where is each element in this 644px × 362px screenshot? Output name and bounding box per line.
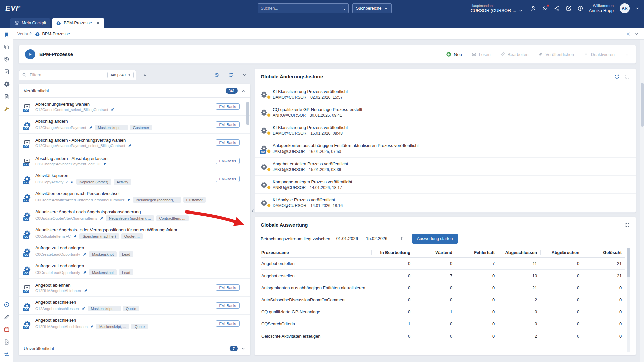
search-scope-button[interactable]: Suchbereiche xyxy=(352,3,392,13)
users-icon[interactable] xyxy=(542,5,548,11)
calendar-icon[interactable] xyxy=(401,236,406,241)
user-icon[interactable] xyxy=(530,5,536,11)
explore-icon[interactable] xyxy=(4,302,10,308)
recent-changes-button[interactable] xyxy=(213,72,220,78)
history-entry[interactable]: KI-Klassifizierung Prozess veröffentlich… xyxy=(255,121,636,139)
read-button[interactable]: Lesen xyxy=(471,52,491,57)
process-item-tag: Lead xyxy=(119,269,133,275)
history-entry[interactable]: Kampagne anlegen Prozess veröffentlichtA… xyxy=(255,175,636,193)
expand-evaluation-icon[interactable] xyxy=(625,223,630,227)
search-icon[interactable] xyxy=(341,6,346,11)
bookmark-icon[interactable] xyxy=(4,32,10,38)
table-scrollbar[interactable] xyxy=(627,248,630,352)
history-entry[interactable]: CQ qualifizierte GP-Neuanlage Prozess er… xyxy=(255,103,636,121)
window-scrollbar[interactable] xyxy=(640,40,644,362)
global-search[interactable] xyxy=(258,3,349,13)
table-column-header[interactable]: In Bearbeitung xyxy=(371,250,414,255)
mandant-selector[interactable]: Hauptmandant: CURSOR (CURSOR-... xyxy=(471,4,523,13)
table-column-header[interactable]: Fehlerhaft xyxy=(456,250,498,255)
list-scrollbar[interactable] xyxy=(246,99,249,340)
history-icon[interactable] xyxy=(4,56,10,62)
table-row[interactable]: CQ qualifizierte GP-Neuanlage010000 xyxy=(261,306,625,318)
result-count[interactable]: 348 | 349 xyxy=(107,72,134,78)
history-entry[interactable]: Angebot erstellen Prozess veröffentlicht… xyxy=(255,157,636,175)
process-search-icon[interactable] xyxy=(4,69,10,75)
table-row[interactable]: CQSearchCriteria100000 xyxy=(261,318,625,330)
table-row[interactable]: Angebot erstellen00711021 xyxy=(261,258,625,270)
process-list-item[interactable]: COAngebot abschließenC12Angebotabschlies… xyxy=(19,297,250,315)
refresh-history-icon[interactable] xyxy=(614,74,620,79)
table-column-header[interactable]: Gelöscht xyxy=(583,250,625,255)
close-verlauf-icon[interactable] xyxy=(626,32,631,36)
share-icon[interactable] xyxy=(554,5,560,11)
new-button[interactable]: Neu xyxy=(446,52,462,57)
table-column-header[interactable]: Prozessname xyxy=(261,250,371,255)
expand-history-icon[interactable] xyxy=(625,74,630,79)
gear-icon[interactable] xyxy=(4,81,10,87)
compose-icon[interactable] xyxy=(566,5,572,11)
table-row[interactable]: AutoSubscribeDiscussionRoomOnComment0002… xyxy=(261,294,625,306)
search-input[interactable] xyxy=(261,6,341,11)
panel-collapse-handle[interactable] xyxy=(250,208,255,213)
process-list-item[interactable]: COAktualisiere Angebots- oder Vertragspo… xyxy=(19,224,250,242)
history-entry[interactable]: KI-Klassifizierung Prozess veröffentlich… xyxy=(255,85,636,103)
tab-bpm-prozesse[interactable]: BPM-Prozesse xyxy=(52,18,104,28)
close-tab-icon[interactable] xyxy=(96,21,100,25)
history-entry-user: ANRU@CURSOR xyxy=(273,113,306,118)
process-list-item[interactable]: COAngebot ablehnenC12RLMAngebotAblehnenE… xyxy=(19,279,250,297)
process-list-item[interactable]: COAktualisiere Angebot nach Angebotsposi… xyxy=(19,206,250,224)
window-scrollbar-thumb[interactable] xyxy=(641,83,644,127)
tab-mein-cockpit[interactable]: Mein Cockpit xyxy=(10,18,50,28)
refresh-list-button[interactable] xyxy=(227,72,234,78)
notes-icon[interactable] xyxy=(4,314,10,320)
edit-button[interactable]: Bearbeiten xyxy=(500,52,529,57)
process-item-code: C12RLMAngebotAbschliessen xyxy=(35,325,88,329)
list-scrollbar-thumb[interactable] xyxy=(246,102,249,125)
info-icon[interactable] xyxy=(577,5,583,11)
evi-logo[interactable]: EVI® xyxy=(5,4,21,13)
table-column-header[interactable]: Wartend xyxy=(414,250,456,255)
table-cell-value: 0 xyxy=(456,321,498,326)
deactivate-button[interactable]: Deaktivieren xyxy=(583,52,615,57)
table-row[interactable]: Angebot erstellen07010021 xyxy=(261,270,625,282)
table-column-header[interactable]: Abgeschlossen xyxy=(498,250,540,255)
date-range-input[interactable]: 01.01.2026 - 15.02.2026 xyxy=(336,235,407,243)
wrench-icon[interactable] xyxy=(4,106,10,112)
process-list-item[interactable]: COAbrechnungsvertrag wählenC12CancelCont… xyxy=(19,98,250,116)
table-column-header[interactable]: Abgebrochen xyxy=(540,250,583,255)
collapse-list-button[interactable] xyxy=(241,72,248,78)
verlauf-item-bpm-prozesse[interactable]: BPM-Prozesse xyxy=(35,32,70,36)
published-section-header[interactable]: Veröffentlicht 341 xyxy=(19,84,250,98)
process-list-item[interactable]: COAngebot abschließenC12RLMAngebotAbschl… xyxy=(19,315,250,333)
document-icon[interactable] xyxy=(4,94,10,100)
process-list-item[interactable]: COAbschlag ändern - Abschlag erfassenC12… xyxy=(19,152,250,170)
pages-icon[interactable] xyxy=(4,44,10,50)
user-menu-chevron-icon[interactable] xyxy=(635,6,639,10)
process-list-item[interactable]: COAktivitäten erzeugen nach Personalwech… xyxy=(19,188,250,206)
table-row[interactable]: Gelöschte Aktivitäten erzeugen000200 xyxy=(261,330,625,342)
unpublished-section-header[interactable]: Unveröffentlicht 7 xyxy=(19,342,250,355)
publish-button[interactable]: Veröffentlichen xyxy=(538,52,574,57)
table-scrollbar-thumb[interactable] xyxy=(627,248,630,277)
process-list-item[interactable]: COAbschlag ändernC12ChangeAdvancePayment… xyxy=(19,116,250,134)
process-list-item[interactable]: COAnfrage zu Lead anlegenC0CreateLeadOpp… xyxy=(19,242,250,260)
filter-input[interactable]: Filtern 348 | 349 xyxy=(19,70,136,80)
table-row[interactable]: Anlagenkonten aus abhängigen Entitäten a… xyxy=(261,282,625,294)
period-separator: - xyxy=(361,236,363,241)
history-entry[interactable]: COAnlagenkonten aus abhängigen Entitäten… xyxy=(255,139,636,157)
process-list-item[interactable]: COAnfrage zu Lead anlegenC0CreateLeadOpp… xyxy=(19,260,250,279)
calendar-icon[interactable] xyxy=(4,326,10,333)
start-evaluation-button[interactable]: Auswertung starten xyxy=(412,234,458,244)
collapse-verlauf-icon[interactable] xyxy=(635,32,639,36)
history-entry[interactable]: KI Analyse Prozess veröffentlichtDAMO@CU… xyxy=(255,193,636,212)
document-gear-icon[interactable] xyxy=(4,339,10,345)
chevron-down-icon xyxy=(241,347,245,351)
process-list-item[interactable]: COAbschlag ändern - Abrechnungsvertrag w… xyxy=(19,134,250,152)
avatar[interactable]: AR xyxy=(620,3,630,13)
process-list-item[interactable]: COAktivität kopierenC12CopyActivity_2Kop… xyxy=(19,170,250,188)
process-item-title: Aktualisiere Angebot nach Angebotspositi… xyxy=(35,209,245,214)
sort-button[interactable] xyxy=(140,72,147,78)
sync-icon[interactable] xyxy=(4,351,10,357)
more-actions-button[interactable] xyxy=(624,52,630,57)
table-cell-value: 0 xyxy=(456,297,498,302)
